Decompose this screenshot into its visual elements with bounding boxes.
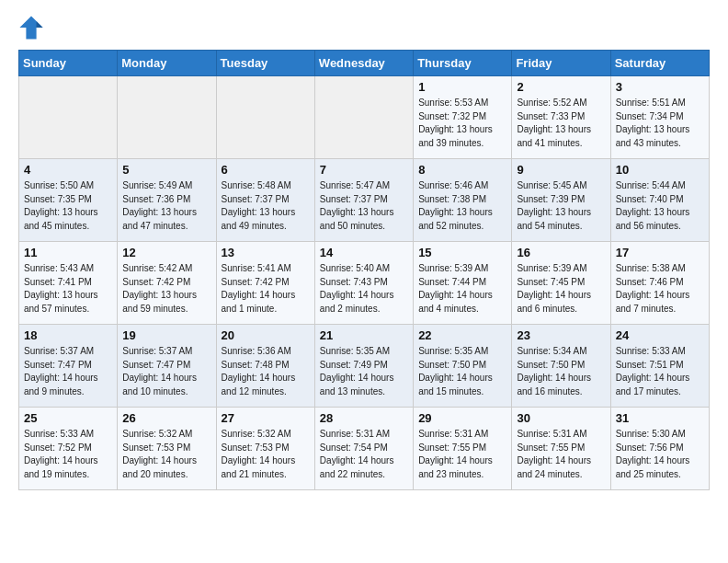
day-info: Sunrise: 5:53 AMSunset: 7:32 PMDaylight:… bbox=[418, 97, 506, 150]
day-number: 12 bbox=[122, 246, 210, 259]
day-cell: 25Sunrise: 5:33 AMSunset: 7:52 PMDayligh… bbox=[19, 408, 118, 490]
day-cell: 23Sunrise: 5:34 AMSunset: 7:50 PMDayligh… bbox=[512, 325, 610, 408]
day-number: 28 bbox=[320, 411, 408, 425]
day-number: 30 bbox=[517, 411, 605, 425]
day-number: 14 bbox=[320, 246, 408, 259]
weekday-header-wednesday: Wednesday bbox=[314, 51, 413, 76]
day-number: 21 bbox=[320, 328, 408, 342]
day-number: 2 bbox=[517, 80, 605, 94]
day-cell: 15Sunrise: 5:39 AMSunset: 7:44 PMDayligh… bbox=[414, 242, 512, 325]
day-cell: 7Sunrise: 5:47 AMSunset: 7:37 PMDaylight… bbox=[314, 159, 413, 242]
day-number: 24 bbox=[616, 328, 704, 342]
day-cell: 12Sunrise: 5:42 AMSunset: 7:42 PMDayligh… bbox=[118, 242, 216, 325]
day-info: Sunrise: 5:31 AMSunset: 7:55 PMDaylight:… bbox=[517, 428, 605, 481]
day-cell: 22Sunrise: 5:35 AMSunset: 7:50 PMDayligh… bbox=[414, 325, 512, 408]
day-number: 19 bbox=[122, 328, 210, 342]
day-number: 17 bbox=[616, 246, 704, 259]
day-cell bbox=[118, 76, 216, 159]
week-row-2: 4Sunrise: 5:50 AMSunset: 7:35 PMDaylight… bbox=[19, 159, 710, 242]
day-cell: 4Sunrise: 5:50 AMSunset: 7:35 PMDaylight… bbox=[19, 159, 118, 242]
day-info: Sunrise: 5:38 AMSunset: 7:46 PMDaylight:… bbox=[616, 262, 704, 316]
day-info: Sunrise: 5:32 AMSunset: 7:53 PMDaylight:… bbox=[222, 428, 310, 481]
day-info: Sunrise: 5:31 AMSunset: 7:54 PMDaylight:… bbox=[320, 428, 408, 481]
day-info: Sunrise: 5:52 AMSunset: 7:33 PMDaylight:… bbox=[517, 97, 605, 150]
day-info: Sunrise: 5:46 AMSunset: 7:38 PMDaylight:… bbox=[418, 179, 506, 233]
logo-icon bbox=[18, 15, 44, 40]
day-number: 3 bbox=[616, 80, 704, 94]
day-info: Sunrise: 5:44 AMSunset: 7:40 PMDaylight:… bbox=[616, 179, 704, 233]
day-info: Sunrise: 5:36 AMSunset: 7:48 PMDaylight:… bbox=[222, 345, 310, 398]
day-number: 25 bbox=[24, 411, 112, 425]
day-cell: 24Sunrise: 5:33 AMSunset: 7:51 PMDayligh… bbox=[610, 325, 709, 408]
week-row-5: 25Sunrise: 5:33 AMSunset: 7:52 PMDayligh… bbox=[19, 408, 710, 490]
weekday-header-sunday: Sunday bbox=[19, 51, 118, 76]
weekday-header-row: SundayMondayTuesdayWednesdayThursdayFrid… bbox=[19, 51, 710, 76]
day-cell: 31Sunrise: 5:30 AMSunset: 7:56 PMDayligh… bbox=[610, 408, 709, 490]
day-number: 1 bbox=[418, 80, 506, 94]
day-cell: 26Sunrise: 5:32 AMSunset: 7:53 PMDayligh… bbox=[118, 408, 216, 490]
day-number: 9 bbox=[517, 163, 605, 177]
day-number: 29 bbox=[418, 411, 506, 425]
day-number: 22 bbox=[418, 328, 506, 342]
day-number: 31 bbox=[616, 411, 704, 425]
day-cell: 14Sunrise: 5:40 AMSunset: 7:43 PMDayligh… bbox=[314, 242, 413, 325]
day-info: Sunrise: 5:37 AMSunset: 7:47 PMDaylight:… bbox=[24, 345, 112, 398]
week-row-3: 11Sunrise: 5:43 AMSunset: 7:41 PMDayligh… bbox=[19, 242, 710, 325]
day-number: 26 bbox=[122, 411, 210, 425]
day-info: Sunrise: 5:37 AMSunset: 7:47 PMDaylight:… bbox=[122, 345, 210, 398]
day-cell: 18Sunrise: 5:37 AMSunset: 7:47 PMDayligh… bbox=[19, 325, 118, 408]
day-info: Sunrise: 5:33 AMSunset: 7:52 PMDaylight:… bbox=[24, 428, 112, 481]
day-number: 5 bbox=[122, 163, 210, 177]
day-info: Sunrise: 5:40 AMSunset: 7:43 PMDaylight:… bbox=[320, 262, 408, 316]
day-number: 4 bbox=[24, 163, 112, 177]
day-cell: 11Sunrise: 5:43 AMSunset: 7:41 PMDayligh… bbox=[19, 242, 118, 325]
day-cell: 16Sunrise: 5:39 AMSunset: 7:45 PMDayligh… bbox=[512, 242, 610, 325]
day-info: Sunrise: 5:33 AMSunset: 7:51 PMDaylight:… bbox=[616, 345, 704, 398]
day-cell: 28Sunrise: 5:31 AMSunset: 7:54 PMDayligh… bbox=[314, 408, 413, 490]
day-info: Sunrise: 5:50 AMSunset: 7:35 PMDaylight:… bbox=[24, 179, 112, 233]
day-cell: 2Sunrise: 5:52 AMSunset: 7:33 PMDaylight… bbox=[512, 76, 610, 159]
day-number: 27 bbox=[222, 411, 310, 425]
week-row-4: 18Sunrise: 5:37 AMSunset: 7:47 PMDayligh… bbox=[19, 325, 710, 408]
day-cell: 6Sunrise: 5:48 AMSunset: 7:37 PMDaylight… bbox=[216, 159, 314, 242]
day-cell: 17Sunrise: 5:38 AMSunset: 7:46 PMDayligh… bbox=[610, 242, 709, 325]
day-number: 8 bbox=[418, 163, 506, 177]
day-info: Sunrise: 5:35 AMSunset: 7:49 PMDaylight:… bbox=[320, 345, 408, 398]
day-info: Sunrise: 5:35 AMSunset: 7:50 PMDaylight:… bbox=[418, 345, 506, 398]
day-cell: 19Sunrise: 5:37 AMSunset: 7:47 PMDayligh… bbox=[118, 325, 216, 408]
weekday-header-tuesday: Tuesday bbox=[216, 51, 314, 76]
weekday-header-thursday: Thursday bbox=[414, 51, 512, 76]
day-number: 18 bbox=[24, 328, 112, 342]
day-info: Sunrise: 5:42 AMSunset: 7:42 PMDaylight:… bbox=[122, 262, 210, 316]
day-number: 7 bbox=[320, 163, 408, 177]
day-info: Sunrise: 5:45 AMSunset: 7:39 PMDaylight:… bbox=[517, 179, 605, 233]
day-info: Sunrise: 5:43 AMSunset: 7:41 PMDaylight:… bbox=[24, 262, 112, 316]
weekday-header-saturday: Saturday bbox=[610, 51, 709, 76]
day-number: 16 bbox=[517, 246, 605, 259]
day-info: Sunrise: 5:48 AMSunset: 7:37 PMDaylight:… bbox=[222, 179, 310, 233]
day-number: 10 bbox=[616, 163, 704, 177]
day-cell: 20Sunrise: 5:36 AMSunset: 7:48 PMDayligh… bbox=[216, 325, 314, 408]
weekday-header-monday: Monday bbox=[118, 51, 216, 76]
day-number: 15 bbox=[418, 246, 506, 259]
day-info: Sunrise: 5:39 AMSunset: 7:45 PMDaylight:… bbox=[517, 262, 605, 316]
day-info: Sunrise: 5:39 AMSunset: 7:44 PMDaylight:… bbox=[418, 262, 506, 316]
day-cell: 13Sunrise: 5:41 AMSunset: 7:42 PMDayligh… bbox=[216, 242, 314, 325]
day-cell bbox=[19, 76, 118, 159]
day-number: 13 bbox=[222, 246, 310, 259]
weekday-header-friday: Friday bbox=[512, 51, 610, 76]
logo bbox=[18, 15, 48, 40]
day-number: 6 bbox=[222, 163, 310, 177]
day-info: Sunrise: 5:31 AMSunset: 7:55 PMDaylight:… bbox=[418, 428, 506, 481]
day-info: Sunrise: 5:41 AMSunset: 7:42 PMDaylight:… bbox=[222, 262, 310, 316]
day-cell: 30Sunrise: 5:31 AMSunset: 7:55 PMDayligh… bbox=[512, 408, 610, 490]
day-cell bbox=[216, 76, 314, 159]
page: SundayMondayTuesdayWednesdayThursdayFrid… bbox=[0, 0, 728, 505]
day-info: Sunrise: 5:34 AMSunset: 7:50 PMDaylight:… bbox=[517, 345, 605, 398]
day-cell bbox=[314, 76, 413, 159]
header bbox=[18, 15, 710, 40]
day-number: 23 bbox=[517, 328, 605, 342]
day-info: Sunrise: 5:49 AMSunset: 7:36 PMDaylight:… bbox=[122, 179, 210, 233]
week-row-1: 1Sunrise: 5:53 AMSunset: 7:32 PMDaylight… bbox=[19, 76, 710, 159]
day-number: 11 bbox=[24, 246, 112, 259]
